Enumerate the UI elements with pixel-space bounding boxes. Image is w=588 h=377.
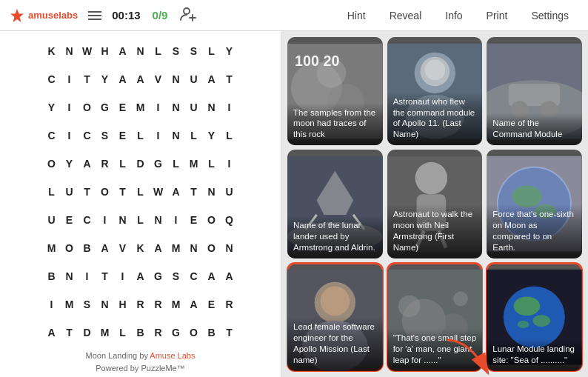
grid-cell: H bbox=[114, 290, 132, 318]
grid-cell: K bbox=[43, 37, 61, 65]
wordsearch-grid: KNWHANLSSLYCITYAAVNUATYIOGEMINUNICICSELI… bbox=[43, 37, 238, 347]
grid-cell: L bbox=[43, 178, 61, 206]
grid-cell: A bbox=[221, 262, 238, 290]
grid-cell: L bbox=[167, 150, 185, 178]
wordsearch-panel: KNWHANLSSLYCITYAAVNUATYIOGEMINUNICICSELI… bbox=[0, 31, 281, 377]
wordsearch-footer: Moon Landing by Amuse Labs Powered by Pu… bbox=[85, 350, 195, 374]
grid-cell: S bbox=[78, 290, 96, 318]
grid-cell: R bbox=[150, 318, 167, 347]
grid-cell: T bbox=[221, 65, 238, 93]
footer-trademark: PuzzleMe™ bbox=[141, 364, 184, 373]
grid-cell: S bbox=[167, 262, 185, 290]
grid-cell: S bbox=[185, 37, 203, 65]
card-item[interactable]: Force that's one-sixth on Moon as compar… bbox=[487, 150, 582, 258]
grid-cell: L bbox=[114, 150, 132, 178]
grid-cell: W bbox=[150, 178, 167, 206]
grid-cell: T bbox=[78, 178, 96, 206]
grid-cell: T bbox=[221, 318, 238, 347]
card-item[interactable]: Name of the lunar lander used by Armstro… bbox=[287, 150, 383, 258]
grid-cell: B bbox=[78, 234, 96, 262]
grid-cell: M bbox=[167, 290, 185, 318]
grid-cell: E bbox=[203, 290, 221, 318]
grid-cell: T bbox=[185, 178, 203, 206]
settings-button[interactable]: Settings bbox=[521, 6, 579, 25]
svg-text:100 20: 100 20 bbox=[295, 53, 340, 69]
grid-cell: N bbox=[61, 37, 78, 65]
reveal-button[interactable]: Reveal bbox=[379, 6, 432, 25]
grid-cell: A bbox=[96, 234, 114, 262]
hamburger-button[interactable] bbox=[88, 11, 101, 20]
grid-cell: E bbox=[61, 206, 78, 234]
info-button[interactable]: Info bbox=[435, 6, 472, 25]
card-item[interactable]: Astronaut to walk the moon with Neil Arm… bbox=[387, 150, 483, 258]
grid-cell: U bbox=[185, 93, 203, 121]
grid-cell: E bbox=[114, 93, 132, 121]
grid-cell: I bbox=[221, 150, 238, 178]
grid-cell: I bbox=[150, 93, 167, 121]
grid-cell: I bbox=[150, 121, 167, 150]
svg-point-42 bbox=[453, 291, 468, 306]
grid-cell: T bbox=[114, 178, 132, 206]
grid-cell: O bbox=[185, 318, 203, 347]
card-label: Name of the lunar lander used by Armstro… bbox=[287, 216, 383, 258]
hint-button[interactable]: Hint bbox=[337, 6, 376, 25]
grid-cell: U bbox=[43, 206, 61, 234]
grid-cell: G bbox=[96, 93, 114, 121]
grid-cell: O bbox=[203, 206, 221, 234]
card-label: The samples from the moon had traces of … bbox=[287, 103, 383, 146]
card-item[interactable]: 100 20 The samples from the moon had tra… bbox=[287, 37, 383, 145]
main-content: KNWHANLSSLYCITYAAVNUATYIOGEMINUNICICSELI… bbox=[0, 31, 588, 377]
print-button[interactable]: Print bbox=[476, 6, 518, 25]
grid-cell: Y bbox=[221, 37, 238, 65]
grid-cell: L bbox=[150, 37, 167, 65]
grid-cell: I bbox=[61, 121, 78, 150]
grid-cell: T bbox=[61, 318, 78, 347]
add-user-button[interactable] bbox=[179, 5, 197, 26]
grid-cell: N bbox=[167, 121, 185, 150]
grid-cell: C bbox=[43, 65, 61, 93]
svg-point-1 bbox=[184, 8, 190, 14]
grid-cell: A bbox=[78, 150, 96, 178]
grid-cell: M bbox=[185, 150, 203, 178]
card-item[interactable]: Lunar Module landing site: "Sea of .....… bbox=[487, 263, 582, 371]
grid-cell: M bbox=[96, 318, 114, 347]
grid-cell: M bbox=[132, 93, 150, 121]
grid-cell: N bbox=[132, 37, 150, 65]
grid-cell: M bbox=[43, 234, 61, 262]
grid-cell: L bbox=[185, 121, 203, 150]
card-item[interactable]: Astronaut who flew the command module of… bbox=[387, 37, 483, 145]
grid-cell: A bbox=[43, 318, 61, 347]
grid-cell: O bbox=[61, 234, 78, 262]
svg-point-13 bbox=[424, 60, 445, 81]
card-item[interactable]: Name of the Command Module bbox=[487, 37, 582, 145]
grid-cell: G bbox=[150, 262, 167, 290]
grid-cell: K bbox=[132, 234, 150, 262]
logo-icon bbox=[9, 7, 25, 24]
card-item[interactable]: Lead female software engineer for the Ap… bbox=[287, 263, 383, 371]
grid-cell: I bbox=[61, 93, 78, 121]
grid-cell: E bbox=[114, 121, 132, 150]
grid-cell: O bbox=[96, 178, 114, 206]
grid-cell: L bbox=[203, 150, 221, 178]
grid-cell: L bbox=[221, 121, 238, 150]
grid-cell: I bbox=[43, 290, 61, 318]
svg-point-47 bbox=[518, 321, 529, 328]
grid-cell: Y bbox=[61, 150, 78, 178]
svg-point-44 bbox=[504, 286, 565, 347]
grid-cell: T bbox=[78, 65, 96, 93]
grid-cell: B bbox=[132, 318, 150, 347]
grid-cell: I bbox=[167, 206, 185, 234]
grid-cell: B bbox=[203, 318, 221, 347]
grid-cell: R bbox=[132, 290, 150, 318]
grid-cell: S bbox=[96, 121, 114, 150]
footer-link[interactable]: Amuse Labs bbox=[150, 351, 195, 360]
add-user-icon bbox=[179, 5, 197, 23]
grid-cell: Y bbox=[43, 93, 61, 121]
grid-cell: I bbox=[221, 93, 238, 121]
card-label: Name of the Command Module bbox=[487, 113, 582, 145]
grid-cell: U bbox=[221, 178, 238, 206]
grid-cell: R bbox=[150, 290, 167, 318]
card-label: Lead female software engineer for the Ap… bbox=[287, 317, 383, 371]
cards-grid: 100 20 The samples from the moon had tra… bbox=[287, 37, 582, 371]
card-item[interactable]: "That's one small step for 'a' man, one … bbox=[387, 263, 483, 371]
